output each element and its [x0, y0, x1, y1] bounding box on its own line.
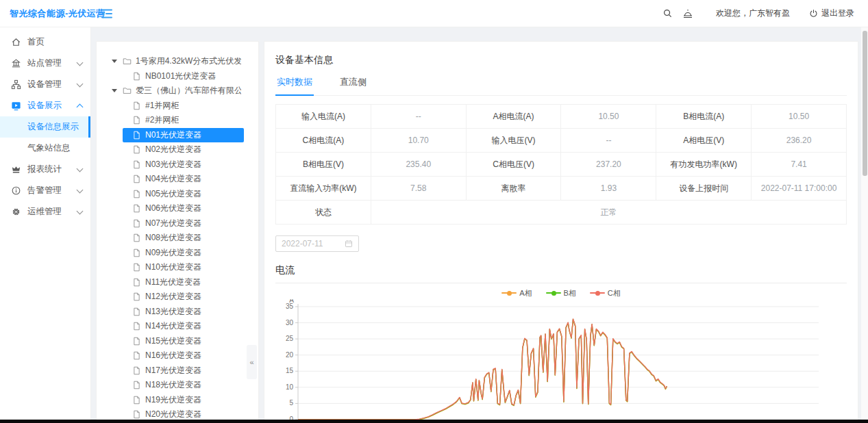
- tree-item[interactable]: N16光伏逆变器: [97, 348, 258, 363]
- field-label: A相电流(A): [467, 105, 562, 129]
- tree-item[interactable]: N13光伏逆变器: [97, 305, 258, 320]
- field-label: 直流输入功率(kW): [276, 177, 371, 201]
- sidebar-item-A相[interactable]: A相: [501, 288, 532, 298]
- sidebar-item-device-display[interactable]: 设备展示: [0, 95, 90, 116]
- tree-item[interactable]: N08光伏逆变器: [97, 231, 258, 246]
- date-picker-input[interactable]: 2022-07-11: [275, 235, 359, 252]
- device-info-panel: 设备基本信息 实时数据 直流侧 输入电流(A)--A相电流(A)10.50B相电…: [264, 41, 858, 423]
- tree-collapse-handle[interactable]: «: [247, 345, 257, 379]
- tree-item[interactable]: N12光伏逆变器: [97, 290, 258, 305]
- sidebar-item-report-statistics[interactable]: 报表统计: [0, 159, 90, 180]
- sidebar-item-device-info-display[interactable]: 设备信息展示: [0, 116, 90, 138]
- field-value: --: [371, 105, 467, 129]
- legend-marker-icon: [501, 292, 517, 294]
- folder-icon: [123, 86, 132, 95]
- top-bar: 智光综合能源-光伏运营 欢迎您，广东智有盈 退出登录: [0, 0, 868, 27]
- tree-item[interactable]: N06光伏逆变器: [97, 201, 258, 216]
- file-icon: [132, 190, 141, 198]
- current-section-title: 电流: [275, 264, 847, 283]
- table-row: 直流输入功率(kW)7.58离散率1.93设备上报时间2022-07-11 17…: [276, 177, 847, 201]
- table-row: B相电压(V)235.40C相电压(V)237.20有功发电功率(kW)7.41: [276, 153, 847, 177]
- field-label: A相电压(V): [656, 129, 752, 153]
- field-label: 有功发电功率(kW): [656, 153, 752, 177]
- sidebar-item-weather-station-info[interactable]: 气象站信息: [0, 138, 90, 159]
- device-tree-panel: 1号家用4.32kW分布式光伏发电站 NB0101光伏逆变器: [96, 41, 259, 423]
- field-value: 1.93: [561, 177, 656, 201]
- tree-item[interactable]: 1号家用4.32kW分布式光伏发电站: [97, 54, 258, 69]
- legend-marker-icon: [590, 292, 605, 294]
- tree-caret[interactable]: [112, 60, 123, 63]
- logout-button[interactable]: 退出登录: [809, 8, 854, 19]
- field-label: 输入电压(V): [467, 129, 562, 153]
- tab-bar: 实时数据 直流侧: [275, 73, 847, 96]
- tree-item[interactable]: N09光伏逆变器: [97, 246, 258, 261]
- tree-item[interactable]: #1并网柜: [97, 99, 258, 114]
- current-chart-area: 05101520253035A00:0001:0002:0003:0004:00…: [275, 299, 847, 423]
- tree-item[interactable]: N04光伏逆变器: [97, 172, 258, 187]
- svg-text:15: 15: [286, 367, 294, 374]
- tree-item[interactable]: NB0101光伏逆变器: [97, 69, 258, 84]
- file-icon: [132, 219, 141, 228]
- tab[interactable]: 直流侧: [338, 73, 368, 95]
- file-icon: [132, 160, 141, 169]
- topbar-right: 欢迎您，广东智有盈 退出登录: [657, 3, 868, 24]
- field-label: C相电压(V): [467, 153, 562, 177]
- svg-text:25: 25: [286, 335, 294, 342]
- table-row: 状态正常: [276, 201, 847, 225]
- panel-title: 设备基本信息: [275, 54, 847, 66]
- crown-icon: [11, 164, 21, 175]
- field-value: 10.50: [752, 105, 847, 129]
- power-icon: [809, 9, 818, 18]
- field-label: 状态: [276, 201, 371, 225]
- svg-text:10: 10: [286, 383, 294, 391]
- welcome-text: 欢迎您，广东智有盈: [716, 8, 790, 19]
- tree-item[interactable]: N19光伏逆变器: [97, 393, 258, 408]
- field-value: 10.70: [371, 129, 467, 153]
- tab[interactable]: 实时数据: [275, 73, 314, 95]
- file-icon: [132, 381, 141, 389]
- file-icon: [132, 116, 141, 125]
- tree-item[interactable]: N03光伏逆变器: [97, 157, 258, 172]
- sidebar-item-alarm-management[interactable]: 告警管理: [0, 180, 90, 201]
- sidebar-item-B相[interactable]: B相: [546, 288, 576, 298]
- sidebar-item-ops-management[interactable]: 运维管理: [0, 201, 90, 222]
- page-scrollbar-thumb[interactable]: [863, 31, 867, 176]
- device-info-table: 输入电流(A)--A相电流(A)10.50B相电流(A)10.50C相电流(A)…: [275, 104, 847, 225]
- field-label: 设备上报时间: [656, 177, 752, 201]
- tree-item[interactable]: N05光伏逆变器: [97, 187, 258, 202]
- tree-item[interactable]: 爱三（佛山）汽车部件有限公司光伏发: [97, 84, 258, 99]
- svg-text:20: 20: [286, 351, 294, 359]
- tree-item[interactable]: N10光伏逆变器: [97, 260, 258, 275]
- file-icon: [132, 145, 141, 154]
- cluster-icon: [11, 79, 21, 90]
- field-value: 7.41: [752, 153, 847, 177]
- tree-item[interactable]: N11光伏逆变器: [97, 275, 258, 290]
- home-icon: [11, 37, 21, 47]
- bank-icon: [11, 58, 21, 68]
- tree-item[interactable]: N17光伏逆变器: [97, 363, 258, 379]
- tree-item[interactable]: N07光伏逆变器: [97, 216, 258, 231]
- tree-item[interactable]: N14光伏逆变器: [97, 319, 258, 334]
- field-value: 正常: [371, 201, 847, 225]
- tree-caret[interactable]: [112, 89, 123, 92]
- tree-item[interactable]: N02光伏逆变器: [97, 142, 258, 157]
- calendar-icon: [345, 240, 353, 248]
- file-icon: [132, 204, 141, 213]
- tree-item[interactable]: N15光伏逆变器: [97, 334, 258, 349]
- tree-item[interactable]: #2并网柜: [97, 113, 258, 128]
- field-value: 235.40: [371, 153, 467, 177]
- table-row: C相电流(A)10.70输入电压(V)--A相电压(V)236.20: [276, 129, 847, 153]
- sidebar-item-device-management[interactable]: 设备管理: [0, 74, 90, 95]
- field-label: 输入电流(A): [276, 105, 371, 129]
- alarm-icon[interactable]: [678, 3, 698, 24]
- tree-item[interactable]: N18光伏逆变器: [97, 378, 258, 393]
- field-label: C相电流(A): [276, 129, 371, 153]
- search-icon[interactable]: [657, 3, 678, 24]
- gear-icon: [11, 207, 21, 217]
- logout-label: 退出登录: [821, 8, 854, 19]
- menu-fold-button[interactable]: [99, 6, 114, 21]
- sidebar-item-site-management[interactable]: 站点管理: [0, 53, 90, 74]
- sidebar-item-C相[interactable]: C相: [590, 288, 621, 298]
- tree-item[interactable]: N01光伏逆变器: [97, 128, 258, 143]
- sidebar-item-home[interactable]: 首页: [0, 31, 90, 53]
